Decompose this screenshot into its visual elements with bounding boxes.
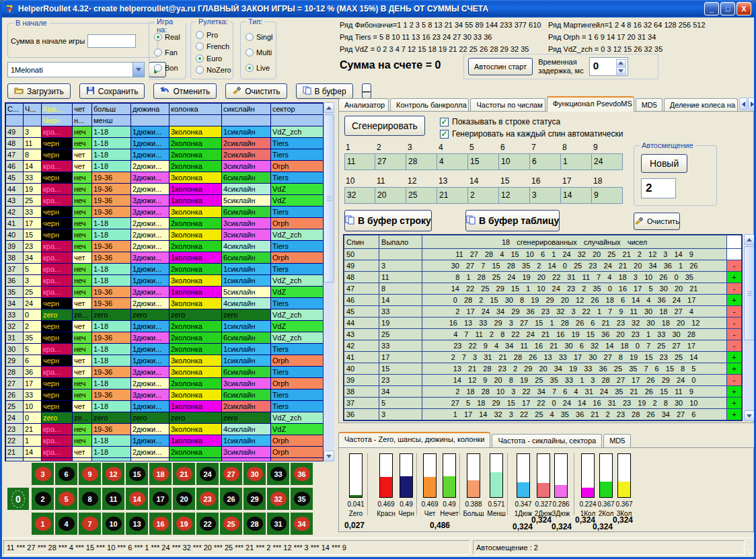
radio-option-live[interactable]: Live xyxy=(245,64,274,72)
board-cell-5[interactable]: 5 xyxy=(55,488,77,510)
radio-option-fan[interactable]: Fan xyxy=(154,48,184,57)
grid-value-cell[interactable]: 15 xyxy=(468,153,499,170)
board-cell-13[interactable]: 13 xyxy=(126,513,148,535)
undo-button[interactable]: Отменить xyxy=(153,83,217,99)
history-row[interactable]: 2717черннеч1-182дюжи...2колонка3сиклайнO… xyxy=(6,378,324,389)
radio-option-pro[interactable]: Pro xyxy=(196,31,231,39)
grid-value-cell[interactable]: 32 xyxy=(344,187,375,204)
minimize-button[interactable]: _ xyxy=(704,2,719,15)
history-row[interactable]: 363кра...неч1-181дюжи...3колонка1сиклайн… xyxy=(6,275,324,287)
grid-value-cell[interactable]: 3 xyxy=(530,187,561,204)
spins-row[interactable]: 45332 17 24 34 29 36 23 32 3 22 1 7 9 11… xyxy=(344,306,742,318)
close-button[interactable]: X xyxy=(736,2,751,15)
spins-row[interactable]: 37527 5 18 29 15 17 22 0 24 14 16 31 23 … xyxy=(344,398,742,409)
scroll-up-button[interactable] xyxy=(744,234,755,245)
spins-row[interactable]: 48118 1 28 25 24 19 20 22 31 11 7 4 18 3… xyxy=(344,272,742,283)
autoshift-value-field[interactable]: 2 xyxy=(641,178,676,198)
board-cell-20[interactable]: 20 xyxy=(173,488,195,510)
history-row[interactable]: 2014кра...чет1-182дюжи...2колонка3сиклай… xyxy=(6,458,324,462)
board-cell-36[interactable]: 36 xyxy=(291,463,313,485)
history-row[interactable]: 305кра...неч1-181дюжи...2колонка1сиклайн… xyxy=(6,344,324,355)
board-cell-30[interactable]: 30 xyxy=(243,463,266,485)
spins-row[interactable]: 441916 13 33 29 3 27 15 1 28 26 6 21 23 … xyxy=(344,318,742,329)
history-row[interactable]: 2510чернчет1-181дюжи...1колонка2сиклайнT… xyxy=(6,401,324,412)
save-button[interactable]: Сохранить xyxy=(79,83,145,99)
radio-option-bon[interactable]: Bon xyxy=(154,64,184,72)
radio-option-multi[interactable]: Multi xyxy=(245,48,274,57)
copy-row-button[interactable]: В буфер строку xyxy=(344,210,432,231)
board-cell-4[interactable]: 4 xyxy=(55,513,77,535)
radio-option-real[interactable]: Real xyxy=(154,33,184,41)
board-cell-35[interactable]: 35 xyxy=(291,488,313,510)
grid-value-cell[interactable]: 12 xyxy=(499,187,530,204)
history-row[interactable]: 221кра...неч1-181дюжи...1колонка1сиклайн… xyxy=(6,435,324,447)
radio-option-singl[interactable]: Singl xyxy=(245,33,274,41)
board-cell-33[interactable]: 33 xyxy=(267,463,289,485)
history-row[interactable]: 240zeroze...zerozerozerozeroVdZ_zch xyxy=(6,412,324,424)
tab-scroll-left-button[interactable] xyxy=(739,98,747,110)
history-row[interactable]: 478чернчет1-181дюжи...2колонка2сиклайнTi… xyxy=(6,149,324,161)
checkbox-show-status[interactable]: ✓ Показывать в строке статуса xyxy=(440,117,560,126)
freq-tab--zero-[interactable]: Частота - Zero, шансы, дюжины, колонки xyxy=(338,432,490,447)
board-cell-2[interactable]: 2 xyxy=(32,488,54,510)
clear-generated-button[interactable]: Очистить xyxy=(634,213,680,230)
history-scrollbar[interactable] xyxy=(324,102,334,461)
spins-row[interactable]: 49330 27 7 15 28 35 2 14 0 25 23 24 21 2… xyxy=(344,260,742,272)
clear-button[interactable]: Очистить xyxy=(225,83,287,99)
history-row[interactable]: 4614кра...чет1-182дюжи...2колонка3сиклай… xyxy=(6,161,324,172)
board-cell-23[interactable]: 23 xyxy=(196,488,219,510)
grid-value-cell[interactable]: 6 xyxy=(530,153,561,170)
board-cell-28[interactable]: 28 xyxy=(243,513,266,535)
radio-option-french[interactable]: French xyxy=(196,42,231,50)
generate-button[interactable]: Сгенерировать xyxy=(344,116,425,136)
history-row[interactable]: 4325кра...неч19-363дюжи...1колонка5сикла… xyxy=(6,195,324,207)
grid-value-cell[interactable]: 2 xyxy=(468,187,499,204)
load-button[interactable]: Загрузить xyxy=(7,83,71,99)
history-row[interactable]: 2633черннеч19-363дюжи...3колонка6сиклайн… xyxy=(6,389,324,401)
grid-value-cell[interactable]: 9 xyxy=(592,187,623,204)
board-cell-32[interactable]: 32 xyxy=(267,488,289,510)
board-cell-16[interactable]: 16 xyxy=(149,513,172,535)
spins-row[interactable]: 38342 18 28 10 3 22 34 7 6 4 31 24 35 21… xyxy=(344,386,742,398)
spins-scrollbar[interactable] xyxy=(744,234,755,421)
board-cell-17[interactable]: 17 xyxy=(149,488,172,510)
board-cell-1[interactable]: 1 xyxy=(32,513,54,535)
grid-value-cell[interactable]: 25 xyxy=(406,187,437,204)
history-row[interactable]: 4811черннеч1-181дюжи...2колонка2сиклайнT… xyxy=(6,138,324,149)
history-row[interactable]: 2321кра...неч19-362дюжи...3колонка4сикла… xyxy=(6,424,324,435)
scroll-up-button[interactable] xyxy=(324,102,334,113)
history-row[interactable]: 4015черннеч1-182дюжи...3колонка3сиклайнV… xyxy=(6,229,324,241)
spins-row[interactable]: 41172 7 3 31 21 28 26 13 33 17 30 27 8 1… xyxy=(344,352,742,363)
resize-grip[interactable] xyxy=(745,548,753,556)
history-row[interactable]: 2836кра...чет19-363дюжи...3колонка6сикла… xyxy=(6,367,324,378)
history-scroll-thumb[interactable] xyxy=(324,114,334,283)
grid-value-cell[interactable]: 1 xyxy=(561,153,592,170)
history-row[interactable]: 493кра...неч1-181дюжи...3колонка1сиклайн… xyxy=(6,126,324,138)
autospin-start-button[interactable]: Автоспин старт xyxy=(468,58,533,75)
grid-value-cell[interactable]: 28 xyxy=(406,153,437,170)
history-row[interactable]: 4533черннеч19-363дюжи...3колонка6сиклайн… xyxy=(6,172,324,184)
freq-tab-md5[interactable]: MD5 xyxy=(603,434,631,447)
tab--[interactable]: Деление колеса на xyxy=(664,98,738,112)
board-cell-31[interactable]: 31 xyxy=(267,513,289,535)
tab--[interactable]: Контроль банкролла xyxy=(390,98,469,112)
board-cell-zero[interactable]: 0 xyxy=(7,488,29,510)
scroll-down-button[interactable] xyxy=(744,410,755,421)
spins-row[interactable]: 401513 21 28 23 2 29 20 34 19 33 36 25 3… xyxy=(344,363,742,375)
board-cell-15[interactable]: 15 xyxy=(126,463,148,485)
spins-table[interactable]: СпинВыпало18 сгенерированных случайных ч… xyxy=(344,235,742,420)
grid-value-cell[interactable]: 24 xyxy=(592,153,623,170)
new-shift-button[interactable]: Новый xyxy=(641,154,687,173)
scroll-down-button[interactable] xyxy=(324,451,334,461)
history-row[interactable]: 330zeroze...zerozerozerozeroVdZ_zch xyxy=(6,309,324,321)
combobox-dropdown-button[interactable] xyxy=(133,63,144,77)
board-cell-22[interactable]: 22 xyxy=(196,513,219,535)
spins-row[interactable]: 392314 12 9 20 8 19 25 35 33 1 3 28 27 1… xyxy=(344,375,742,386)
spins-row[interactable]: 3631 17 14 32 3 22 25 4 35 36 21 2 23 28… xyxy=(344,409,742,420)
board-cell-11[interactable]: 11 xyxy=(102,488,124,510)
history-row[interactable]: 3834кра...чет19-363дюжи...1колонка6сикла… xyxy=(6,252,324,264)
delay-spinner[interactable]: 0 xyxy=(589,57,628,76)
board-cell-7[interactable]: 7 xyxy=(79,513,101,535)
board-cell-29[interactable]: 29 xyxy=(243,488,266,510)
board-cell-18[interactable]: 18 xyxy=(149,463,172,485)
